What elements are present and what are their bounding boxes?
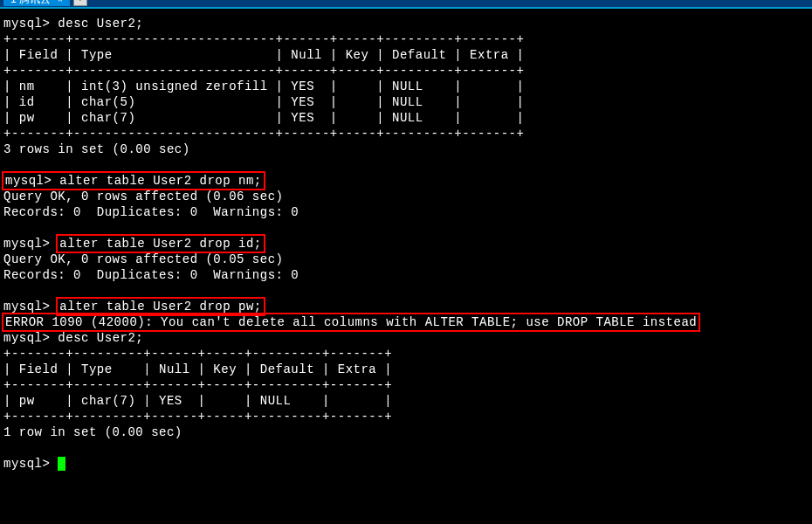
table-row: | id | char(5) | YES | | NULL | | bbox=[3, 95, 524, 109]
records-info: Records: 0 Duplicates: 0 Warnings: 0 bbox=[3, 205, 299, 219]
prompt: mysql> bbox=[3, 300, 50, 314]
desc-user2-cmd: desc User2; bbox=[58, 331, 143, 345]
prompt: mysql> bbox=[3, 331, 50, 345]
desc-user2-cmd: desc User2; bbox=[58, 17, 143, 31]
error-message: ERROR 1090 (42000): You can't delete all… bbox=[5, 315, 697, 329]
alter-drop-nm-cmd: alter table User2 drop nm; bbox=[59, 174, 261, 188]
prompt: mysql> bbox=[5, 174, 52, 188]
add-tab-button[interactable]: + bbox=[73, 0, 87, 6]
table-row: | nm | int(3) unsigned zerofill | YES | … bbox=[3, 79, 524, 93]
alter-drop-pw-cmd: alter table User2 drop pw; bbox=[59, 300, 261, 314]
table-row: | pw | char(7) | YES | | NULL | | bbox=[3, 111, 524, 125]
table-header: | Field | Type | Null | Key | Default | … bbox=[3, 362, 392, 376]
highlighted-command: mysql> alter table User2 drop nm; bbox=[2, 171, 265, 190]
tab-label: 1 腾讯云 bbox=[10, 0, 51, 7]
cursor-icon[interactable] bbox=[58, 457, 65, 471]
rows-in-set: 1 row in set (0.00 sec) bbox=[3, 425, 182, 439]
titlebar: 1 腾讯云 × + bbox=[0, 0, 812, 9]
terminal-output: mysql> desc User2; +-------+------------… bbox=[0, 9, 812, 479]
table-separator: +-------+--------------------------+----… bbox=[3, 127, 524, 141]
table-separator: +-------+---------+------+-----+--------… bbox=[3, 378, 392, 392]
table-separator: +-------+--------------------------+----… bbox=[3, 64, 524, 78]
alter-drop-id-cmd: alter table User2 drop id; bbox=[59, 237, 261, 251]
table-row: | pw | char(7) | YES | | NULL | | bbox=[3, 394, 392, 408]
prompt: mysql> bbox=[3, 17, 50, 31]
query-ok: Query OK, 0 rows affected (0.05 sec) bbox=[3, 252, 283, 266]
prompt: mysql> bbox=[3, 457, 50, 471]
highlighted-error: ERROR 1090 (42000): You can't delete all… bbox=[2, 313, 700, 332]
query-ok: Query OK, 0 rows affected (0.06 sec) bbox=[3, 190, 283, 203]
records-info: Records: 0 Duplicates: 0 Warnings: 0 bbox=[3, 268, 299, 282]
table-separator: +-------+--------------------------+----… bbox=[3, 32, 524, 46]
tab[interactable]: 1 腾讯云 × bbox=[3, 0, 70, 6]
highlighted-command: alter table User2 drop id; bbox=[56, 234, 265, 253]
table-header: | Field | Type | Null | Key | Default | … bbox=[3, 48, 524, 62]
prompt: mysql> bbox=[3, 237, 50, 251]
rows-in-set: 3 rows in set (0.00 sec) bbox=[3, 142, 190, 156]
table-separator: +-------+---------+------+-----+--------… bbox=[3, 347, 392, 361]
table-separator: +-------+---------+------+-----+--------… bbox=[3, 410, 392, 424]
close-icon[interactable]: × bbox=[58, 0, 63, 4]
